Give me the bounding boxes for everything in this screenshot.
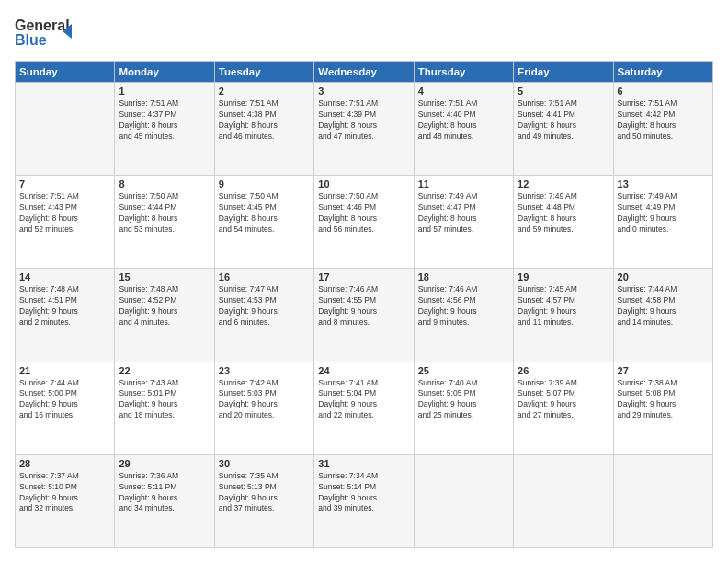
day-number: 22 [119, 365, 210, 376]
cell-content: Sunrise: 7:50 AM Sunset: 4:44 PM Dayligh… [119, 191, 210, 236]
day-number: 31 [318, 458, 409, 469]
calendar-cell: 1Sunrise: 7:51 AM Sunset: 4:37 PM Daylig… [115, 83, 214, 176]
calendar-cell: 2Sunrise: 7:51 AM Sunset: 4:38 PM Daylig… [214, 83, 313, 176]
calendar-cell: 10Sunrise: 7:50 AM Sunset: 4:46 PM Dayli… [314, 176, 414, 269]
weekday-header-monday: Monday [115, 62, 214, 83]
cell-content: Sunrise: 7:46 AM Sunset: 4:55 PM Dayligh… [318, 284, 409, 328]
calendar-cell: 7Sunrise: 7:51 AM Sunset: 4:43 PM Daylig… [16, 176, 115, 269]
day-number: 20 [618, 271, 709, 282]
cell-content: Sunrise: 7:50 AM Sunset: 4:45 PM Dayligh… [219, 191, 310, 236]
day-number: 30 [219, 458, 310, 469]
cell-content: Sunrise: 7:48 AM Sunset: 4:52 PM Dayligh… [119, 284, 210, 328]
calendar-cell: 29Sunrise: 7:36 AM Sunset: 5:11 PM Dayli… [115, 454, 214, 547]
cell-content: Sunrise: 7:51 AM Sunset: 4:40 PM Dayligh… [418, 98, 509, 143]
calendar-cell: 27Sunrise: 7:38 AM Sunset: 5:08 PM Dayli… [613, 362, 712, 454]
day-number: 9 [219, 178, 310, 190]
svg-text:General: General [15, 17, 70, 33]
calendar-cell: 11Sunrise: 7:49 AM Sunset: 4:47 PM Dayli… [414, 176, 513, 269]
calendar-cell [514, 454, 613, 547]
cell-content: Sunrise: 7:38 AM Sunset: 5:08 PM Dayligh… [618, 378, 709, 422]
day-number: 29 [119, 458, 210, 469]
day-number: 13 [618, 178, 709, 190]
week-row-0: 1Sunrise: 7:51 AM Sunset: 4:37 PM Daylig… [16, 83, 713, 176]
day-number: 21 [19, 365, 110, 376]
cell-content: Sunrise: 7:51 AM Sunset: 4:38 PM Dayligh… [219, 98, 310, 143]
calendar-cell: 30Sunrise: 7:35 AM Sunset: 5:13 PM Dayli… [214, 454, 313, 547]
calendar-cell: 12Sunrise: 7:49 AM Sunset: 4:48 PM Dayli… [514, 176, 613, 269]
cell-content: Sunrise: 7:51 AM Sunset: 4:39 PM Dayligh… [318, 98, 409, 143]
calendar-cell [414, 454, 513, 547]
cell-content: Sunrise: 7:35 AM Sunset: 5:13 PM Dayligh… [219, 471, 310, 515]
cell-content: Sunrise: 7:49 AM Sunset: 4:47 PM Dayligh… [418, 191, 509, 236]
calendar-table: SundayMondayTuesdayWednesdayThursdayFrid… [15, 61, 713, 548]
day-number: 8 [119, 178, 210, 190]
calendar-cell: 15Sunrise: 7:48 AM Sunset: 4:52 PM Dayli… [115, 269, 214, 362]
calendar-cell: 25Sunrise: 7:40 AM Sunset: 5:05 PM Dayli… [414, 362, 513, 454]
weekday-header-friday: Friday [514, 62, 613, 83]
calendar-cell: 31Sunrise: 7:34 AM Sunset: 5:14 PM Dayli… [314, 454, 414, 547]
day-number: 12 [518, 178, 609, 190]
cell-content: Sunrise: 7:40 AM Sunset: 5:05 PM Dayligh… [418, 378, 509, 422]
cell-content: Sunrise: 7:36 AM Sunset: 5:11 PM Dayligh… [119, 471, 210, 515]
day-number: 15 [119, 271, 210, 282]
cell-content: Sunrise: 7:44 AM Sunset: 5:00 PM Dayligh… [19, 378, 110, 422]
cell-content: Sunrise: 7:50 AM Sunset: 4:46 PM Dayligh… [318, 191, 409, 236]
cell-content: Sunrise: 7:51 AM Sunset: 4:42 PM Dayligh… [618, 98, 709, 143]
day-number: 18 [418, 271, 509, 282]
day-number: 14 [19, 271, 110, 282]
day-number: 23 [219, 365, 310, 376]
cell-content: Sunrise: 7:51 AM Sunset: 4:43 PM Dayligh… [19, 191, 110, 236]
weekday-header-wednesday: Wednesday [314, 62, 414, 83]
day-number: 26 [518, 365, 609, 376]
day-number: 19 [518, 271, 609, 282]
week-row-2: 14Sunrise: 7:48 AM Sunset: 4:51 PM Dayli… [16, 269, 713, 362]
calendar-cell: 28Sunrise: 7:37 AM Sunset: 5:10 PM Dayli… [16, 454, 115, 547]
weekday-header-row: SundayMondayTuesdayWednesdayThursdayFrid… [16, 62, 713, 83]
calendar-cell [16, 83, 115, 176]
week-row-3: 21Sunrise: 7:44 AM Sunset: 5:00 PM Dayli… [16, 362, 713, 454]
cell-content: Sunrise: 7:51 AM Sunset: 4:41 PM Dayligh… [518, 98, 609, 143]
calendar-cell: 18Sunrise: 7:46 AM Sunset: 4:56 PM Dayli… [414, 269, 513, 362]
cell-content: Sunrise: 7:45 AM Sunset: 4:57 PM Dayligh… [518, 284, 609, 328]
calendar-cell: 19Sunrise: 7:45 AM Sunset: 4:57 PM Dayli… [514, 269, 613, 362]
calendar-cell [613, 454, 712, 547]
cell-content: Sunrise: 7:48 AM Sunset: 4:51 PM Dayligh… [19, 284, 110, 328]
cell-content: Sunrise: 7:39 AM Sunset: 5:07 PM Dayligh… [518, 378, 609, 422]
calendar-cell: 22Sunrise: 7:43 AM Sunset: 5:01 PM Dayli… [115, 362, 214, 454]
day-number: 28 [19, 458, 110, 469]
day-number: 16 [219, 271, 310, 282]
calendar-cell: 17Sunrise: 7:46 AM Sunset: 4:55 PM Dayli… [314, 269, 414, 362]
calendar-cell: 3Sunrise: 7:51 AM Sunset: 4:39 PM Daylig… [314, 83, 414, 176]
cell-content: Sunrise: 7:43 AM Sunset: 5:01 PM Dayligh… [119, 378, 210, 422]
day-number: 10 [318, 178, 409, 190]
calendar-cell: 9Sunrise: 7:50 AM Sunset: 4:45 PM Daylig… [214, 176, 313, 269]
cell-content: Sunrise: 7:41 AM Sunset: 5:04 PM Dayligh… [318, 378, 409, 422]
week-row-1: 7Sunrise: 7:51 AM Sunset: 4:43 PM Daylig… [16, 176, 713, 269]
day-number: 5 [518, 86, 609, 97]
cell-content: Sunrise: 7:49 AM Sunset: 4:49 PM Dayligh… [618, 191, 709, 236]
calendar-cell: 23Sunrise: 7:42 AM Sunset: 5:03 PM Dayli… [214, 362, 313, 454]
day-number: 27 [618, 365, 709, 376]
day-number: 2 [219, 86, 310, 97]
calendar-cell: 26Sunrise: 7:39 AM Sunset: 5:07 PM Dayli… [514, 362, 613, 454]
cell-content: Sunrise: 7:34 AM Sunset: 5:14 PM Dayligh… [318, 471, 409, 515]
calendar-cell: 5Sunrise: 7:51 AM Sunset: 4:41 PM Daylig… [514, 83, 613, 176]
day-number: 6 [618, 86, 709, 97]
calendar-cell: 16Sunrise: 7:47 AM Sunset: 4:53 PM Dayli… [214, 269, 313, 362]
svg-text:Blue: Blue [15, 32, 47, 48]
cell-content: Sunrise: 7:49 AM Sunset: 4:48 PM Dayligh… [518, 191, 609, 236]
calendar-cell: 24Sunrise: 7:41 AM Sunset: 5:04 PM Dayli… [314, 362, 414, 454]
cell-content: Sunrise: 7:46 AM Sunset: 4:56 PM Dayligh… [418, 284, 509, 328]
day-number: 17 [318, 271, 409, 282]
calendar-page: GeneralBlue SundayMondayTuesdayWednesday… [0, 0, 728, 563]
day-number: 1 [119, 86, 210, 97]
day-number: 24 [318, 365, 409, 376]
day-number: 7 [19, 178, 110, 190]
day-number: 4 [418, 86, 509, 97]
calendar-cell: 13Sunrise: 7:49 AM Sunset: 4:49 PM Dayli… [613, 176, 712, 269]
logo: GeneralBlue [15, 15, 79, 52]
cell-content: Sunrise: 7:42 AM Sunset: 5:03 PM Dayligh… [219, 378, 310, 422]
week-row-4: 28Sunrise: 7:37 AM Sunset: 5:10 PM Dayli… [16, 454, 713, 547]
cell-content: Sunrise: 7:37 AM Sunset: 5:10 PM Dayligh… [19, 471, 110, 515]
cell-content: Sunrise: 7:51 AM Sunset: 4:37 PM Dayligh… [119, 98, 210, 143]
